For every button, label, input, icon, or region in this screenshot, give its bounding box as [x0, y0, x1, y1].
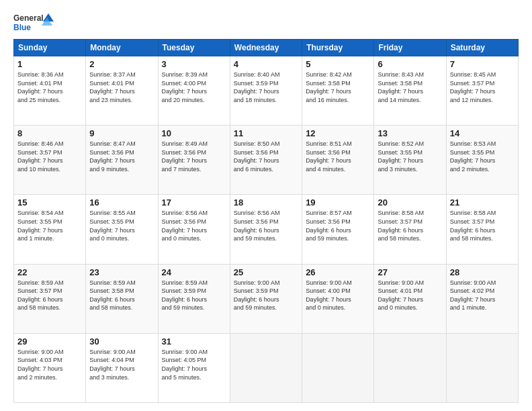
day-number: 13	[378, 128, 442, 138]
day-info: Sunrise: 8:50 AMSunset: 3:56 PMDaylight:…	[234, 140, 298, 173]
day-info: Sunrise: 8:59 AMSunset: 3:58 PMDaylight:…	[89, 279, 154, 312]
calendar-cell: 31Sunrise: 9:00 AMSunset: 4:05 PMDayligh…	[158, 333, 230, 402]
calendar-table: SundayMondayTuesdayWednesdayThursdayFrid…	[13, 39, 519, 403]
calendar-cell: 1Sunrise: 8:36 AMSunset: 4:01 PMDaylight…	[14, 56, 86, 126]
header: General Blue	[13, 12, 519, 34]
weekday-header-monday: Monday	[86, 40, 158, 56]
calendar-cell	[374, 333, 446, 402]
calendar-cell: 11Sunrise: 8:50 AMSunset: 3:56 PMDayligh…	[230, 126, 302, 195]
day-number: 24	[162, 267, 226, 277]
day-info: Sunrise: 9:00 AMSunset: 4:01 PMDaylight:…	[378, 279, 442, 312]
day-number: 29	[17, 336, 82, 347]
calendar-cell: 23Sunrise: 8:59 AMSunset: 3:58 PMDayligh…	[86, 264, 158, 333]
calendar-cell: 7Sunrise: 8:45 AMSunset: 3:57 PMDaylight…	[446, 56, 518, 126]
calendar-cell: 5Sunrise: 8:42 AMSunset: 3:58 PMDaylight…	[302, 56, 374, 126]
day-number: 7	[450, 59, 515, 69]
day-number: 23	[89, 267, 154, 277]
day-info: Sunrise: 8:49 AMSunset: 3:56 PMDaylight:…	[162, 140, 226, 173]
day-number: 10	[162, 128, 226, 138]
calendar-cell	[302, 333, 374, 402]
calendar-cell: 9Sunrise: 8:47 AMSunset: 3:56 PMDaylight…	[86, 126, 158, 195]
week-row-1: 1Sunrise: 8:36 AMSunset: 4:01 PMDaylight…	[14, 56, 519, 126]
day-info: Sunrise: 8:47 AMSunset: 3:56 PMDaylight:…	[89, 140, 154, 173]
day-number: 18	[234, 197, 298, 208]
calendar-cell: 4Sunrise: 8:40 AMSunset: 3:59 PMDaylight…	[230, 56, 302, 126]
calendar-cell: 21Sunrise: 8:58 AMSunset: 3:57 PMDayligh…	[446, 195, 518, 264]
day-number: 8	[17, 128, 82, 138]
week-row-5: 29Sunrise: 9:00 AMSunset: 4:03 PMDayligh…	[14, 333, 519, 402]
calendar-cell: 20Sunrise: 8:58 AMSunset: 3:57 PMDayligh…	[374, 195, 446, 264]
day-number: 25	[234, 267, 298, 277]
day-info: Sunrise: 8:42 AMSunset: 3:58 PMDaylight:…	[306, 71, 370, 104]
calendar-cell: 25Sunrise: 9:00 AMSunset: 3:59 PMDayligh…	[230, 264, 302, 333]
day-number: 16	[89, 197, 154, 208]
logo-svg: General Blue	[13, 12, 54, 34]
calendar-cell: 8Sunrise: 8:46 AMSunset: 3:57 PMDaylight…	[14, 126, 86, 195]
day-info: Sunrise: 8:57 AMSunset: 3:56 PMDaylight:…	[306, 209, 370, 242]
day-info: Sunrise: 8:56 AMSunset: 3:56 PMDaylight:…	[162, 209, 226, 242]
calendar-cell: 6Sunrise: 8:43 AMSunset: 3:58 PMDaylight…	[374, 56, 446, 126]
page: General Blue SundayMondayTuesdayWednesda…	[0, 0, 532, 411]
day-info: Sunrise: 8:59 AMSunset: 3:59 PMDaylight:…	[162, 279, 226, 312]
calendar-cell: 15Sunrise: 8:54 AMSunset: 3:55 PMDayligh…	[14, 195, 86, 264]
calendar-cell: 12Sunrise: 8:51 AMSunset: 3:56 PMDayligh…	[302, 126, 374, 195]
day-info: Sunrise: 8:36 AMSunset: 4:01 PMDaylight:…	[17, 71, 82, 104]
weekday-header-friday: Friday	[374, 40, 446, 56]
day-number: 1	[17, 59, 82, 69]
svg-text:General: General	[13, 13, 44, 23]
weekday-header-thursday: Thursday	[302, 40, 374, 56]
calendar-cell: 19Sunrise: 8:57 AMSunset: 3:56 PMDayligh…	[302, 195, 374, 264]
day-info: Sunrise: 8:56 AMSunset: 3:56 PMDaylight:…	[234, 209, 298, 242]
day-info: Sunrise: 9:00 AMSunset: 4:05 PMDaylight:…	[162, 348, 226, 381]
calendar-cell: 3Sunrise: 8:39 AMSunset: 4:00 PMDaylight…	[158, 56, 230, 126]
day-number: 30	[89, 336, 154, 347]
day-number: 17	[162, 197, 226, 208]
day-number: 15	[17, 197, 82, 208]
day-info: Sunrise: 8:37 AMSunset: 4:01 PMDaylight:…	[89, 71, 154, 104]
day-info: Sunrise: 9:00 AMSunset: 3:59 PMDaylight:…	[234, 279, 298, 312]
day-info: Sunrise: 9:00 AMSunset: 4:02 PMDaylight:…	[450, 279, 515, 312]
calendar-cell	[230, 333, 302, 402]
day-info: Sunrise: 8:53 AMSunset: 3:55 PMDaylight:…	[450, 140, 515, 173]
day-number: 9	[89, 128, 154, 138]
day-number: 22	[17, 267, 82, 277]
calendar-cell	[446, 333, 518, 402]
day-number: 21	[450, 197, 515, 208]
calendar-cell: 10Sunrise: 8:49 AMSunset: 3:56 PMDayligh…	[158, 126, 230, 195]
day-number: 20	[378, 197, 442, 208]
calendar-cell: 30Sunrise: 9:00 AMSunset: 4:04 PMDayligh…	[86, 333, 158, 402]
calendar-cell: 22Sunrise: 8:59 AMSunset: 3:57 PMDayligh…	[14, 264, 86, 333]
weekday-header-tuesday: Tuesday	[158, 40, 230, 56]
day-info: Sunrise: 8:55 AMSunset: 3:55 PMDaylight:…	[89, 209, 154, 242]
day-number: 12	[306, 128, 370, 138]
day-number: 2	[89, 59, 154, 69]
day-number: 27	[378, 267, 442, 277]
weekday-header-saturday: Saturday	[446, 40, 518, 56]
calendar-cell: 2Sunrise: 8:37 AMSunset: 4:01 PMDaylight…	[86, 56, 158, 126]
calendar-cell: 14Sunrise: 8:53 AMSunset: 3:55 PMDayligh…	[446, 126, 518, 195]
svg-text:Blue: Blue	[13, 23, 31, 32]
weekday-header-sunday: Sunday	[14, 40, 86, 56]
day-info: Sunrise: 8:39 AMSunset: 4:00 PMDaylight:…	[162, 71, 226, 104]
day-number: 4	[234, 59, 298, 69]
day-number: 6	[378, 59, 442, 69]
day-info: Sunrise: 9:00 AMSunset: 4:03 PMDaylight:…	[17, 348, 82, 381]
day-info: Sunrise: 8:40 AMSunset: 3:59 PMDaylight:…	[234, 71, 298, 104]
calendar-cell: 26Sunrise: 9:00 AMSunset: 4:00 PMDayligh…	[302, 264, 374, 333]
day-info: Sunrise: 9:00 AMSunset: 4:04 PMDaylight:…	[89, 348, 154, 381]
day-number: 28	[450, 267, 515, 277]
calendar-cell: 28Sunrise: 9:00 AMSunset: 4:02 PMDayligh…	[446, 264, 518, 333]
calendar-cell: 29Sunrise: 9:00 AMSunset: 4:03 PMDayligh…	[14, 333, 86, 402]
day-number: 19	[306, 197, 370, 208]
calendar-cell: 17Sunrise: 8:56 AMSunset: 3:56 PMDayligh…	[158, 195, 230, 264]
day-number: 31	[162, 336, 226, 347]
week-row-4: 22Sunrise: 8:59 AMSunset: 3:57 PMDayligh…	[14, 264, 519, 333]
day-number: 3	[162, 59, 226, 69]
day-info: Sunrise: 8:54 AMSunset: 3:55 PMDaylight:…	[17, 209, 82, 242]
day-info: Sunrise: 8:46 AMSunset: 3:57 PMDaylight:…	[17, 140, 82, 173]
day-info: Sunrise: 8:59 AMSunset: 3:57 PMDaylight:…	[17, 279, 82, 312]
day-info: Sunrise: 8:51 AMSunset: 3:56 PMDaylight:…	[306, 140, 370, 173]
day-number: 26	[306, 267, 370, 277]
day-number: 5	[306, 59, 370, 69]
day-info: Sunrise: 9:00 AMSunset: 4:00 PMDaylight:…	[306, 279, 370, 312]
